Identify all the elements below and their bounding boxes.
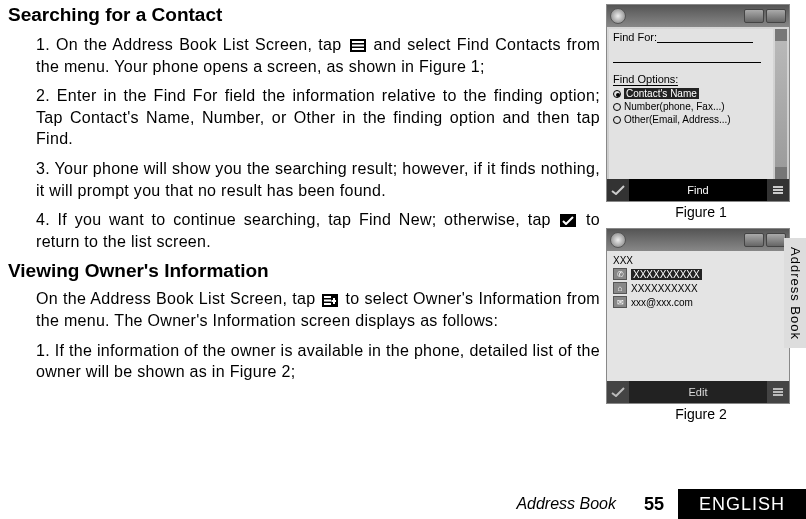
owner-name: XXX — [613, 255, 633, 266]
viewing-step-1: 1. If the information of the owner is av… — [36, 340, 600, 383]
svg-rect-1 — [352, 45, 364, 47]
svg-rect-10 — [773, 192, 783, 194]
owner-phone1-row[interactable]: ✆ XXXXXXXXXX — [613, 268, 783, 280]
svg-rect-13 — [773, 394, 783, 396]
owner-name-row: XXX — [613, 255, 783, 266]
svg-rect-2 — [352, 48, 364, 50]
footer-right-button[interactable] — [767, 381, 789, 403]
svg-rect-4 — [324, 299, 331, 301]
step-4-text-a: 4. If you want to continue searching, ta… — [36, 211, 551, 228]
footer-section: Address Book — [150, 495, 630, 513]
scrollbar[interactable] — [775, 29, 787, 179]
titlebar-button-1[interactable] — [744, 9, 764, 23]
menu-icon — [350, 39, 366, 52]
heading-searching: Searching for a Contact — [8, 4, 600, 26]
app-icon — [610, 232, 626, 248]
app-icon — [610, 8, 626, 24]
step-3: 3. Your phone will show you the searchin… — [36, 158, 600, 201]
svg-rect-3 — [324, 296, 331, 298]
svg-rect-11 — [773, 388, 783, 390]
find-options-label: Find Options: — [613, 73, 678, 86]
phone-icon: ✆ — [613, 268, 627, 280]
svg-rect-0 — [352, 41, 364, 43]
figure-2-caption: Figure 2 — [606, 406, 796, 422]
titlebar-button-2[interactable] — [766, 233, 786, 247]
owner-phone2-row[interactable]: ⌂ XXXXXXXXXX — [613, 282, 783, 294]
figure-1-phone: Find For: Find Options: Contact's Name N… — [606, 4, 790, 202]
option-contact-name[interactable]: Contact's Name — [613, 88, 769, 99]
titlebar-button-2[interactable] — [766, 9, 786, 23]
phone-titlebar — [607, 229, 789, 251]
step-4: 4. If you want to continue searching, ta… — [36, 209, 600, 252]
step-1: 1. On the Address Book List Screen, tap … — [36, 34, 600, 77]
svg-rect-9 — [773, 189, 783, 191]
viewing-intro: On the Address Book List Screen, tap to … — [8, 288, 600, 331]
scroll-up-icon[interactable] — [775, 29, 787, 41]
heading-viewing: Viewing Owner's Information — [8, 260, 600, 282]
page-footer: Address Book 55 ENGLISH — [0, 489, 806, 519]
find-for-input-2[interactable] — [613, 51, 761, 63]
owner-phone1: XXXXXXXXXX — [631, 269, 702, 280]
viewing-intro-a: On the Address Book List Screen, tap — [36, 290, 315, 307]
find-for-label: Find For: — [613, 31, 657, 43]
back-check-icon — [560, 214, 576, 227]
owner-phone2: XXXXXXXXXX — [631, 283, 698, 294]
radio-icon — [613, 90, 621, 98]
figure-2-phone: XXX ✆ XXXXXXXXXX ⌂ XXXXXXXXXX ✉ xxx@xxx.… — [606, 228, 790, 404]
svg-rect-7 — [332, 300, 337, 302]
option-contact-name-label: Contact's Name — [624, 88, 699, 99]
footer-left-button[interactable] — [607, 179, 629, 201]
svg-rect-12 — [773, 391, 783, 393]
find-button[interactable]: Find — [687, 184, 708, 196]
radio-icon — [613, 103, 621, 111]
footer-right-button[interactable] — [767, 179, 789, 201]
scroll-down-icon[interactable] — [775, 167, 787, 179]
option-other[interactable]: Other(Email, Address...) — [613, 114, 769, 125]
menu-plus-icon — [322, 294, 338, 307]
footer-page-number: 55 — [630, 494, 678, 515]
footer-left-button[interactable] — [607, 381, 629, 403]
option-number-label: Number(phone, Fax...) — [624, 101, 725, 112]
option-number[interactable]: Number(phone, Fax...) — [613, 101, 769, 112]
step-1-text-a: 1. On the Address Book List Screen, tap — [36, 36, 341, 53]
svg-rect-5 — [324, 303, 331, 305]
phone-titlebar — [607, 5, 789, 27]
svg-rect-8 — [773, 186, 783, 188]
titlebar-button-1[interactable] — [744, 233, 764, 247]
side-tab-address-book: Address Book — [784, 238, 806, 348]
owner-email-row[interactable]: ✉ xxx@xxx.com — [613, 296, 783, 308]
footer-language: ENGLISH — [678, 489, 806, 519]
find-for-input[interactable] — [657, 31, 753, 43]
radio-icon — [613, 116, 621, 124]
figure-1-caption: Figure 1 — [606, 204, 796, 220]
edit-button[interactable]: Edit — [689, 386, 708, 398]
step-2: 2. Enter in the Find For field the infor… — [36, 85, 600, 150]
side-tab-label: Address Book — [788, 247, 803, 340]
option-other-label: Other(Email, Address...) — [624, 114, 731, 125]
email-icon: ✉ — [613, 296, 627, 308]
home-icon: ⌂ — [613, 282, 627, 294]
owner-email: xxx@xxx.com — [631, 297, 693, 308]
